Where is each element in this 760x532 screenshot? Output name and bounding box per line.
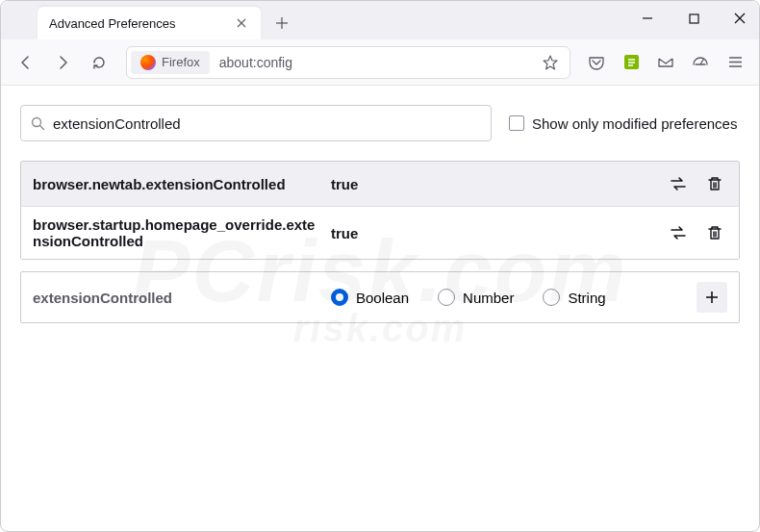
tab-close-button[interactable] [234, 15, 249, 31]
pref-name: browser.newtab.extensionControlled [33, 176, 321, 192]
type-radio-boolean[interactable]: Boolean [331, 289, 409, 306]
preferences-table: browser.newtab.extensionControlled true … [20, 161, 740, 260]
maximize-button[interactable] [684, 9, 703, 28]
pref-row: browser.newtab.extensionControlled true [21, 162, 739, 206]
address-identity-label: Firefox [162, 55, 200, 69]
bookmark-star-button[interactable] [543, 55, 566, 70]
radio-icon [438, 289, 455, 306]
dashboard-icon[interactable] [686, 48, 715, 77]
menu-button[interactable] [721, 48, 749, 77]
show-modified-label: Show only modified preferences [532, 115, 737, 132]
pref-value: true [321, 176, 666, 192]
delete-button[interactable] [702, 220, 727, 245]
show-modified-checkbox[interactable] [509, 115, 524, 131]
search-icon [31, 116, 45, 131]
close-window-button[interactable] [730, 9, 749, 28]
add-preference-button[interactable] [697, 282, 727, 313]
minimize-button[interactable] [638, 9, 657, 28]
svg-line-13 [40, 125, 44, 129]
radio-icon [543, 289, 560, 306]
radio-label: Number [463, 290, 514, 306]
firefox-icon [140, 55, 156, 70]
extension-icon[interactable] [617, 48, 646, 77]
type-radio-number[interactable]: Number [438, 289, 514, 306]
radio-icon [331, 289, 348, 306]
tab-title: Advanced Preferences [49, 16, 234, 31]
content-area: Show only modified preferences browser.n… [1, 86, 759, 342]
new-preference-row: extensionControlled Boolean Number Strin… [20, 271, 740, 323]
toolbar: Firefox about:config [1, 39, 759, 86]
search-input[interactable] [45, 115, 481, 132]
pref-value: true [321, 225, 666, 241]
radio-label: String [568, 290, 605, 306]
type-radio-string[interactable]: String [543, 289, 605, 306]
delete-button[interactable] [702, 171, 727, 196]
toggle-button[interactable] [666, 171, 691, 196]
mail-icon[interactable] [651, 48, 680, 77]
reload-button[interactable] [84, 47, 114, 78]
pref-name: browser.startup.homepage_override.extens… [33, 216, 321, 249]
search-box[interactable] [20, 105, 492, 141]
new-tab-button[interactable] [268, 10, 295, 37]
forward-button[interactable] [47, 47, 78, 78]
new-pref-name: extensionControlled [33, 290, 321, 306]
address-bar[interactable]: Firefox about:config [126, 46, 570, 79]
back-button[interactable] [11, 47, 41, 78]
pocket-button[interactable] [582, 48, 611, 77]
toggle-button[interactable] [666, 220, 691, 245]
address-url: about:config [210, 55, 292, 70]
address-identity-chip[interactable]: Firefox [131, 51, 210, 74]
pref-row: browser.startup.homepage_override.extens… [21, 206, 739, 259]
radio-label: Boolean [356, 290, 409, 306]
tab-advanced-preferences[interactable]: Advanced Preferences [38, 7, 261, 39]
svg-rect-1 [690, 14, 698, 23]
